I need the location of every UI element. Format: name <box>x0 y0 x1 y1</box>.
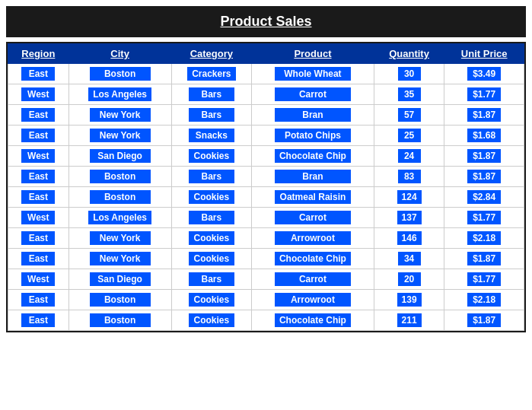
cell-quantity: 211 <box>374 310 444 331</box>
cell-category: Cookies <box>171 187 252 208</box>
page-title: Product Sales <box>220 14 311 29</box>
cell-category: Bars <box>171 105 252 126</box>
cell-quantity: 25 <box>374 126 444 146</box>
cell-city: San Diego <box>68 269 171 290</box>
cell-quantity: 30 <box>374 64 444 84</box>
table-row: EastBostonBarsBran83$1.87 <box>8 167 524 187</box>
cell-category: Cookies <box>171 228 252 249</box>
table-row: EastNew YorkBarsBran57$1.87 <box>8 105 524 126</box>
cell-city: San Diego <box>68 146 171 167</box>
cell-city: Boston <box>68 64 171 84</box>
cell-region: West <box>8 269 69 290</box>
cell-price: $1.87 <box>444 167 524 187</box>
table-row: EastNew YorkCookiesChocolate Chip34$1.87 <box>8 249 524 269</box>
cell-category: Cookies <box>171 249 252 269</box>
cell-category: Snacks <box>171 126 252 146</box>
cell-region: West <box>8 84 69 105</box>
cell-quantity: 57 <box>374 105 444 126</box>
cell-city: New York <box>68 249 171 269</box>
cell-region: East <box>8 167 69 187</box>
cell-product: Carrot <box>252 208 374 228</box>
cell-category: Crackers <box>171 64 252 84</box>
table-row: EastBostonCookiesOatmeal Raisin124$2.84 <box>8 187 524 208</box>
cell-quantity: 146 <box>374 228 444 249</box>
cell-product: Chocolate Chip <box>252 249 374 269</box>
cell-product: Arrowroot <box>252 228 374 249</box>
cell-price: $2.18 <box>444 290 524 310</box>
cell-category: Bars <box>171 167 252 187</box>
col-header-category: Category <box>171 44 252 64</box>
cell-region: East <box>8 228 69 249</box>
cell-product: Whole Wheat <box>252 64 374 84</box>
col-header-unit-price: Unit Price <box>444 44 524 64</box>
cell-product: Chocolate Chip <box>252 310 374 331</box>
table-row: EastNew YorkCookiesArrowroot146$2.18 <box>8 228 524 249</box>
cell-category: Cookies <box>171 290 252 310</box>
cell-city: New York <box>68 228 171 249</box>
cell-price: $2.84 <box>444 187 524 208</box>
cell-price: $1.87 <box>444 249 524 269</box>
table-row: EastBostonCookiesChocolate Chip211$1.87 <box>8 310 524 331</box>
col-header-region: Region <box>8 44 69 64</box>
cell-region: East <box>8 290 69 310</box>
col-header-city: City <box>68 44 171 64</box>
cell-category: Cookies <box>171 310 252 331</box>
cell-category: Bars <box>171 269 252 290</box>
cell-city: Los Angeles <box>68 84 171 105</box>
cell-quantity: 83 <box>374 167 444 187</box>
cell-quantity: 137 <box>374 208 444 228</box>
cell-region: East <box>8 126 69 146</box>
col-header-quantity: Quantity <box>374 44 444 64</box>
table-row: EastNew YorkSnacksPotato Chips25$1.68 <box>8 126 524 146</box>
cell-price: $1.77 <box>444 269 524 290</box>
cell-quantity: 20 <box>374 269 444 290</box>
cell-price: $1.77 <box>444 84 524 105</box>
cell-category: Bars <box>171 208 252 228</box>
cell-product: Bran <box>252 105 374 126</box>
cell-region: West <box>8 208 69 228</box>
cell-product: Carrot <box>252 84 374 105</box>
cell-quantity: 35 <box>374 84 444 105</box>
cell-city: Los Angeles <box>68 208 171 228</box>
cell-product: Chocolate Chip <box>252 146 374 167</box>
cell-region: West <box>8 146 69 167</box>
cell-product: Oatmeal Raisin <box>252 187 374 208</box>
cell-category: Cookies <box>171 146 252 167</box>
cell-price: $1.87 <box>444 146 524 167</box>
cell-quantity: 34 <box>374 249 444 269</box>
cell-city: Boston <box>68 310 171 331</box>
cell-region: East <box>8 310 69 331</box>
table-header-row: Region City Category Product Quantity Un… <box>8 44 524 64</box>
col-header-product: Product <box>252 44 374 64</box>
cell-product: Bran <box>252 167 374 187</box>
cell-price: $1.87 <box>444 310 524 331</box>
table-row: EastBostonCookiesArrowroot139$2.18 <box>8 290 524 310</box>
cell-region: East <box>8 105 69 126</box>
cell-price: $1.68 <box>444 126 524 146</box>
cell-product: Potato Chips <box>252 126 374 146</box>
cell-category: Bars <box>171 84 252 105</box>
cell-region: East <box>8 187 69 208</box>
product-sales-table: Region City Category Product Quantity Un… <box>8 43 524 331</box>
cell-city: New York <box>68 126 171 146</box>
cell-city: Boston <box>68 290 171 310</box>
table-row: WestLos AngelesBarsCarrot35$1.77 <box>8 84 524 105</box>
cell-city: New York <box>68 105 171 126</box>
table-row: WestLos AngelesBarsCarrot137$1.77 <box>8 208 524 228</box>
title-bar: Product Sales <box>6 6 526 37</box>
cell-price: $2.18 <box>444 228 524 249</box>
cell-region: East <box>8 249 69 269</box>
table-row: WestSan DiegoCookiesChocolate Chip24$1.8… <box>8 146 524 167</box>
cell-product: Carrot <box>252 269 374 290</box>
cell-quantity: 24 <box>374 146 444 167</box>
table-row: WestSan DiegoBarsCarrot20$1.77 <box>8 269 524 290</box>
table-wrapper: Region City Category Product Quantity Un… <box>6 42 526 332</box>
cell-city: Boston <box>68 187 171 208</box>
cell-price: $1.87 <box>444 105 524 126</box>
cell-city: Boston <box>68 167 171 187</box>
cell-region: East <box>8 64 69 84</box>
cell-price: $3.49 <box>444 64 524 84</box>
table-row: EastBostonCrackersWhole Wheat30$3.49 <box>8 64 524 84</box>
cell-price: $1.77 <box>444 208 524 228</box>
cell-product: Arrowroot <box>252 290 374 310</box>
